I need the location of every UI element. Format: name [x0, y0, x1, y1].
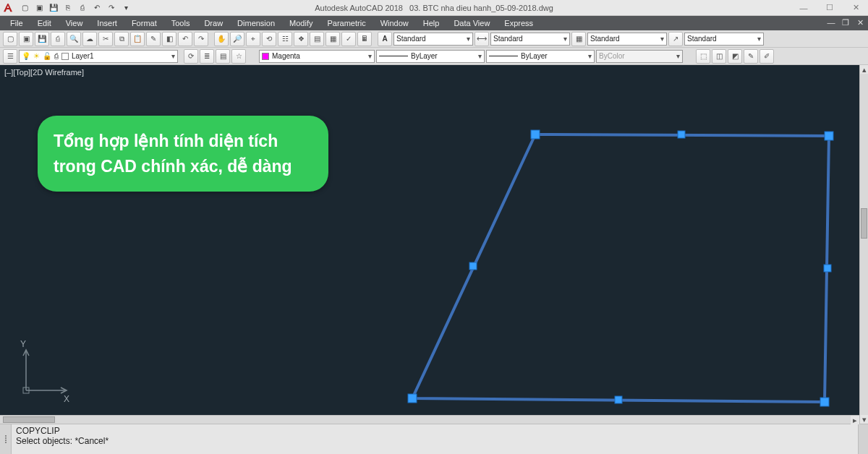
menu-format[interactable]: Format [124, 16, 164, 30]
plotstyle-value: ByColor [599, 52, 625, 60]
tool-sheet-icon[interactable]: ▦ [326, 32, 340, 46]
ucs-icon: Y X [20, 340, 78, 405]
ucs-y-label: Y [20, 340, 26, 349]
save-icon[interactable]: 💾 [48, 2, 59, 14]
drawing-canvas[interactable]: [–][Top][2D Wireframe] polyline-selectio… [0, 65, 868, 424]
command-scrollbar[interactable] [858, 424, 868, 454]
svg-rect-2 [820, 398, 829, 406]
qat-dropdown-icon[interactable]: ▾ [120, 2, 132, 14]
redo-icon[interactable]: ↷ [106, 2, 117, 14]
create-block-icon[interactable]: ◫ [712, 49, 726, 64]
dim-style-button[interactable]: ⟷ [475, 32, 489, 46]
tool-palettes-icon[interactable]: ▤ [310, 32, 324, 46]
menu-view[interactable]: View [59, 16, 90, 30]
tool-cut-icon[interactable]: ✂ [98, 32, 113, 46]
menu-dimension[interactable]: Dimension [230, 16, 282, 30]
layer-manager-icon[interactable]: ☰ [3, 49, 17, 64]
tool-match-icon[interactable]: ✎ [146, 32, 161, 46]
drawing-area-wrapper: [–][Top][2D Wireframe] polyline-selectio… [0, 65, 868, 424]
svg-rect-4 [678, 131, 685, 138]
close-button[interactable]: ✕ [843, 1, 868, 15]
tool-print-icon[interactable]: ⎙ [51, 32, 65, 46]
scroll-down-icon[interactable]: ▾ [860, 415, 868, 424]
text-style-combo[interactable]: Standard▾ [393, 33, 473, 46]
menu-parametric[interactable]: Parametric [320, 16, 373, 30]
toolbar-row-2: ☰ 💡 ☀ 🔓 ⎙ Layer1 ▾ ⟳ ≣ ▤ ☆ Magenta ▾ ByL… [0, 48, 868, 65]
menu-tools[interactable]: Tools [164, 16, 197, 30]
new-icon[interactable]: ▢ [19, 2, 30, 14]
lineweight-combo[interactable]: ByLayer ▾ [486, 50, 595, 63]
mleader-style-button[interactable]: ↗ [668, 32, 683, 46]
tool-new-icon[interactable]: ▢ [3, 32, 17, 46]
tool-paste-icon[interactable]: 📋 [130, 32, 145, 46]
menu-dataview[interactable]: Data View [446, 16, 497, 30]
command-handle-icon[interactable] [0, 424, 12, 454]
lineweight-preview-icon [489, 56, 518, 56]
table-style-button[interactable]: ▦ [571, 32, 586, 46]
menu-modify[interactable]: Modify [282, 16, 320, 30]
tool-open-icon[interactable]: ▣ [19, 32, 33, 46]
tool-copy-icon[interactable]: ⧉ [114, 32, 129, 46]
mleader-style-combo[interactable]: Standard▾ [684, 33, 764, 46]
tool-zoom-icon[interactable]: 🔎 [230, 32, 244, 46]
tool-pan-icon[interactable]: ✋ [214, 32, 229, 46]
layer-color-swatch [61, 53, 69, 60]
menu-insert[interactable]: Insert [90, 16, 124, 30]
undo-icon[interactable]: ↶ [91, 2, 103, 14]
tool-designcenter-icon[interactable]: ❖ [294, 32, 308, 46]
menu-help[interactable]: Help [416, 16, 447, 30]
view-label[interactable]: [–][Top][2D Wireframe] [4, 68, 84, 77]
menu-express[interactable]: Express [497, 16, 540, 30]
tool-calc-icon[interactable]: 🖩 [357, 32, 372, 46]
print-icon[interactable]: ⎙ [77, 2, 88, 14]
edit-attr-icon[interactable]: ✎ [744, 49, 758, 64]
lineweight-value: ByLayer [521, 52, 548, 60]
menu-window[interactable]: Window [373, 16, 416, 30]
plotstyle-combo[interactable]: ByColor ▾ [596, 50, 683, 63]
quick-access-toolbar: ▢ ▣ 💾 ⎘ ⎙ ↶ ↷ ▾ [19, 2, 132, 14]
dim-style-combo[interactable]: Standard▾ [490, 33, 570, 46]
layer-match-icon[interactable]: ≣ [200, 49, 214, 64]
maximize-button[interactable]: ☐ [817, 1, 842, 15]
horizontal-scrollbar[interactable]: ▸ [0, 415, 859, 424]
open-icon[interactable]: ▣ [33, 2, 45, 14]
edit-block-icon[interactable]: ◩ [728, 49, 742, 64]
doc-close-icon[interactable]: ✕ [854, 16, 867, 29]
layer-iso-icon[interactable]: ☆ [231, 49, 246, 64]
doc-restore-icon[interactable]: ❐ [839, 16, 852, 29]
tool-publish-icon[interactable]: ☁ [82, 32, 97, 46]
menu-file[interactable]: File [3, 16, 30, 30]
minimize-button[interactable]: — [791, 1, 816, 15]
svg-rect-6 [615, 396, 622, 403]
color-swatch-icon [262, 53, 269, 60]
scroll-up-icon[interactable]: ▴ [860, 65, 868, 74]
layer-previous-icon[interactable]: ⟳ [184, 49, 198, 64]
table-style-combo[interactable]: Standard▾ [587, 33, 667, 46]
insert-block-icon[interactable]: ⬚ [696, 49, 710, 64]
tool-block-icon[interactable]: ◧ [162, 32, 176, 46]
tool-undo-icon[interactable]: ↶ [178, 32, 192, 46]
color-combo[interactable]: Magenta ▾ [259, 50, 375, 63]
tool-preview-icon[interactable]: 🔍 [67, 32, 81, 46]
tool-redo-icon[interactable]: ↷ [194, 32, 208, 46]
single-attr-icon[interactable]: ✐ [760, 49, 774, 64]
tool-zoomprev-icon[interactable]: ⟲ [262, 32, 276, 46]
tool-markup-icon[interactable]: ✓ [341, 32, 356, 46]
hscroll-thumb[interactable] [3, 416, 55, 423]
vertical-scrollbar[interactable]: ▴ ▾ [859, 65, 868, 424]
layer-combo[interactable]: 💡 ☀ 🔓 ⎙ Layer1 ▾ [19, 50, 178, 63]
layer-state-icon[interactable]: ▤ [216, 49, 230, 64]
saveas-icon[interactable]: ⎘ [62, 2, 74, 14]
tool-properties-icon[interactable]: ☷ [278, 32, 292, 46]
menu-edit[interactable]: Edit [30, 16, 59, 30]
vscroll-thumb[interactable] [861, 208, 867, 239]
doc-minimize-icon[interactable]: — [825, 16, 838, 29]
scroll-right-icon[interactable]: ▸ [851, 416, 859, 424]
svg-rect-3 [408, 394, 417, 403]
tool-save-icon[interactable]: 💾 [35, 32, 49, 46]
selected-polyline[interactable]: polyline-selection-grips [383, 127, 854, 431]
tool-zoomwin-icon[interactable]: ⌖ [246, 32, 260, 46]
linetype-combo[interactable]: ByLayer ▾ [376, 50, 485, 63]
text-style-button[interactable]: A [378, 32, 392, 46]
menu-draw[interactable]: Draw [197, 16, 230, 30]
